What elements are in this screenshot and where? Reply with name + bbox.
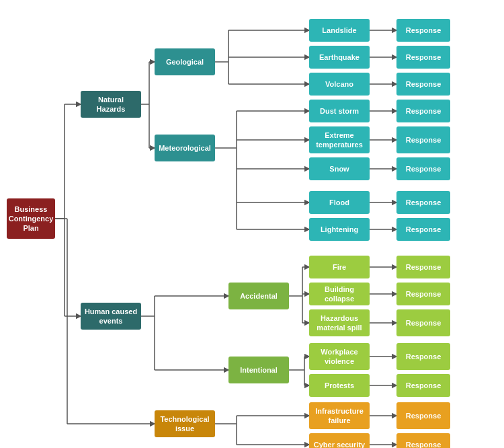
building-node: Building collapse [309,283,370,305]
fire-node: Fire [309,256,370,278]
tech-node: Technological issue [155,410,215,437]
workplace-node: Workplace violence [309,343,370,370]
natural-hazards-node: Natural Hazards [81,91,141,118]
meteorological-node: Meteorological [155,135,215,161]
response-infra: Response [396,402,450,429]
response-extreme: Response [396,126,450,153]
protests-node: Protests [309,374,370,397]
response-fire: Response [396,256,450,278]
earthquake-node: Earthquake [309,46,370,69]
flood-node: Flood [309,191,370,214]
lightening-node: Lightening [309,218,370,241]
volcano-node: Volcano [309,73,370,96]
intentional-node: Intentional [228,357,289,383]
root-node: Business Contingency Plan [7,198,55,239]
response-dust: Response [396,100,450,122]
extreme-node: Extreme temperatures [309,126,370,153]
response-lightening: Response [396,218,450,241]
response-cyber: Response [396,433,450,448]
accidental-node: Accidental [228,283,289,309]
response-workplace: Response [396,343,450,370]
human-events-node: Human caused events [81,303,141,330]
diagram: Business Contingency Plan Natural Hazard… [0,0,504,448]
response-hazardous: Response [396,309,450,336]
response-landslide: Response [396,19,450,42]
response-snow: Response [396,157,450,180]
hazardous-node: Hazardous material spill [309,309,370,336]
geological-node: Geological [155,48,215,75]
duststorm-node: Dust storm [309,100,370,122]
landslide-node: Landslide [309,19,370,42]
cyber-node: Cyber security [309,433,370,448]
response-earthquake: Response [396,46,450,69]
response-protests: Response [396,374,450,397]
snow-node: Snow [309,157,370,180]
response-flood: Response [396,191,450,214]
response-building: Response [396,283,450,305]
infra-node: Infrastructure failure [309,402,370,429]
response-volcano: Response [396,73,450,96]
